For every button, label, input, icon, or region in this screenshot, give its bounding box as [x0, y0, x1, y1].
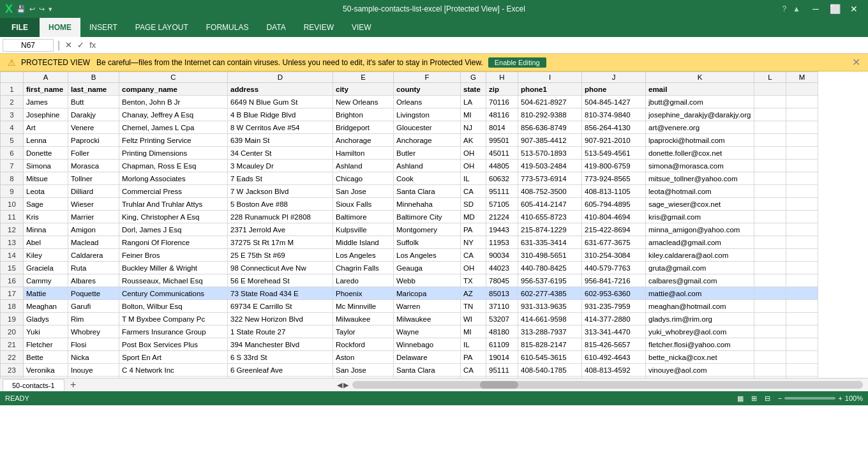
row-num-1[interactable]: 1 — [1, 83, 24, 96]
cell-14-H[interactable]: 90034 — [486, 249, 518, 262]
row-num-15[interactable]: 15 — [1, 262, 24, 274]
cell-4-A[interactable]: Art — [24, 121, 68, 134]
cell-24-A[interactable]: Willard — [24, 377, 68, 378]
cell-1-D[interactable]: address — [228, 83, 333, 96]
close-protected-bar[interactable]: ✕ — [852, 56, 860, 68]
cell-2-J[interactable]: 504-845-1427 — [582, 96, 646, 109]
cell-23-F[interactable]: Santa Clara — [394, 364, 461, 377]
cell-18-F[interactable]: Warren — [394, 300, 461, 313]
row-num-9[interactable]: 9 — [1, 185, 24, 198]
help-icon[interactable]: ? — [782, 4, 786, 13]
cell-19-L[interactable] — [754, 313, 786, 326]
col-header-C[interactable]: C — [119, 72, 228, 83]
cell-12-J[interactable]: 215-422-8694 — [582, 223, 646, 236]
cell-17-C[interactable]: Century Communications — [119, 287, 228, 300]
cell-3-C[interactable]: Chanay, Jeffrey A Esq — [119, 109, 228, 121]
cell-10-D[interactable]: 5 Boston Ave #88 — [228, 198, 333, 211]
cell-19-G[interactable]: WI — [461, 313, 486, 326]
cell-10-J[interactable]: 605-794-4895 — [582, 198, 646, 211]
cell-8-A[interactable]: Mitsue — [24, 172, 68, 185]
cell-18-M[interactable] — [786, 300, 818, 313]
tab-insert[interactable]: INSERT — [80, 18, 126, 37]
cell-10-A[interactable]: Sage — [24, 198, 68, 211]
cell-6-F[interactable]: Butler — [394, 147, 461, 160]
cell-21-J[interactable]: 815-426-5657 — [582, 338, 646, 351]
cell-5-M[interactable] — [786, 134, 818, 147]
cell-12-K[interactable]: minna_amigon@yahoo.com — [646, 223, 754, 236]
cell-16-M[interactable] — [786, 274, 818, 287]
cell-15-E[interactable]: Chagrin Falls — [333, 262, 394, 274]
tab-file[interactable]: FILE — [0, 18, 40, 37]
horizontal-scrollbar[interactable] — [352, 381, 863, 389]
cell-9-H[interactable]: 95111 — [486, 185, 518, 198]
row-num-8[interactable]: 8 — [1, 172, 24, 185]
cell-17-J[interactable]: 602-953-6360 — [582, 287, 646, 300]
cell-19-F[interactable]: Milwaukee — [394, 313, 461, 326]
row-num-13[interactable]: 13 — [1, 236, 24, 249]
cell-21-M[interactable] — [786, 338, 818, 351]
cell-5-D[interactable]: 639 Main St — [228, 134, 333, 147]
cell-16-E[interactable]: Laredo — [333, 274, 394, 287]
cell-3-M[interactable] — [786, 109, 818, 121]
formula-input[interactable] — [100, 39, 865, 52]
tab-home[interactable]: HOME — [40, 18, 80, 37]
cell-12-H[interactable]: 19443 — [486, 223, 518, 236]
cell-19-J[interactable]: 414-377-2880 — [582, 313, 646, 326]
cell-1-C[interactable]: company_name — [119, 83, 228, 96]
cell-15-C[interactable]: Buckley Miller & Wright — [119, 262, 228, 274]
cell-5-J[interactable]: 907-921-2010 — [582, 134, 646, 147]
cell-14-F[interactable]: Los Angeles — [394, 249, 461, 262]
cell-11-G[interactable]: MD — [461, 211, 486, 223]
cell-15-H[interactable]: 44023 — [486, 262, 518, 274]
cell-20-D[interactable]: 1 State Route 27 — [228, 326, 333, 338]
cell-17-M[interactable] — [786, 287, 818, 300]
cell-9-E[interactable]: San Jose — [333, 185, 394, 198]
cell-20-K[interactable]: yuki_whobrey@aol.com — [646, 326, 754, 338]
cell-9-M[interactable] — [786, 185, 818, 198]
cell-20-J[interactable]: 313-341-4470 — [582, 326, 646, 338]
cell-16-H[interactable]: 78045 — [486, 274, 518, 287]
cell-10-C[interactable]: Truhlar And Truhlar Attys — [119, 198, 228, 211]
cell-20-I[interactable]: 313-288-7937 — [518, 326, 582, 338]
cell-8-E[interactable]: Chicago — [333, 172, 394, 185]
cell-11-H[interactable]: 21224 — [486, 211, 518, 223]
cell-6-A[interactable]: Donette — [24, 147, 68, 160]
cell-6-J[interactable]: 513-549-4561 — [582, 147, 646, 160]
cell-2-G[interactable]: LA — [461, 96, 486, 109]
cell-4-L[interactable] — [754, 121, 786, 134]
cell-5-B[interactable]: Paprocki — [68, 134, 119, 147]
cell-13-G[interactable]: NY — [461, 236, 486, 249]
cell-21-L[interactable] — [754, 338, 786, 351]
col-header-I[interactable]: I — [518, 72, 582, 83]
cell-24-H[interactable]: 75062 — [486, 377, 518, 378]
cell-14-C[interactable]: Feiner Bros — [119, 249, 228, 262]
cell-9-G[interactable]: CA — [461, 185, 486, 198]
col-header-A[interactable]: A — [24, 72, 68, 83]
cell-20-M[interactable] — [786, 326, 818, 338]
cell-24-E[interactable]: Irving — [333, 377, 394, 378]
cell-3-H[interactable]: 48116 — [486, 109, 518, 121]
cell-6-G[interactable]: OH — [461, 147, 486, 160]
cell-4-K[interactable]: art@venere.org — [646, 121, 754, 134]
quick-access-redo[interactable]: ↪ — [39, 5, 45, 13]
cell-11-I[interactable]: 410-655-8723 — [518, 211, 582, 223]
cell-14-I[interactable]: 310-498-5651 — [518, 249, 582, 262]
cell-11-J[interactable]: 410-804-4694 — [582, 211, 646, 223]
corner-cell[interactable] — [1, 72, 24, 83]
row-num-20[interactable]: 20 — [1, 326, 24, 338]
cell-23-L[interactable] — [754, 364, 786, 377]
cell-23-B[interactable]: Inouye — [68, 364, 119, 377]
cell-20-A[interactable]: Yuki — [24, 326, 68, 338]
row-num-6[interactable]: 6 — [1, 147, 24, 160]
cell-7-K[interactable]: simona@morasca.com — [646, 160, 754, 172]
cell-16-A[interactable]: Cammy — [24, 274, 68, 287]
cell-15-A[interactable]: Graciela — [24, 262, 68, 274]
scroll-right-icon[interactable]: ▶ — [343, 381, 348, 389]
cell-7-E[interactable]: Ashland — [333, 160, 394, 172]
col-header-G[interactable]: G — [461, 72, 486, 83]
cell-14-E[interactable]: Los Angeles — [333, 249, 394, 262]
cell-22-E[interactable]: Aston — [333, 351, 394, 364]
cell-8-C[interactable]: Morlong Associates — [119, 172, 228, 185]
cell-22-D[interactable]: 6 S 33rd St — [228, 351, 333, 364]
cell-4-C[interactable]: Chemel, James L Cpa — [119, 121, 228, 134]
